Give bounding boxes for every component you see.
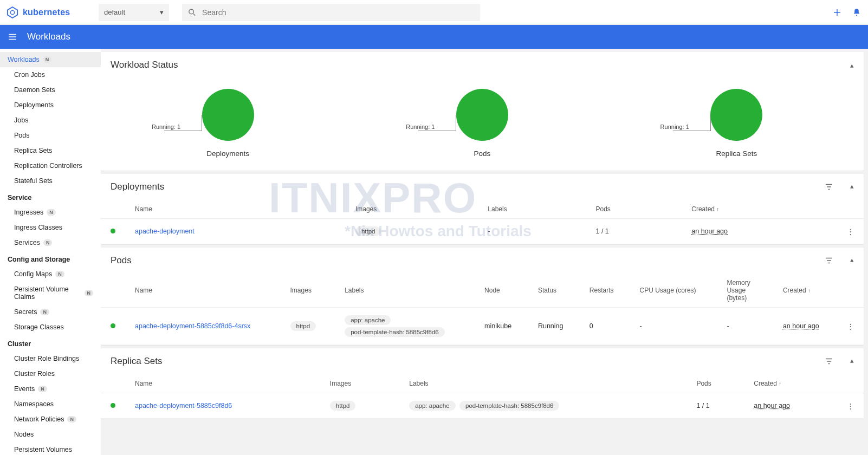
search-box[interactable]	[182, 4, 480, 21]
sidebar-item-namespaces[interactable]: Namespaces	[0, 396, 101, 412]
deployments-title: Deployments	[111, 181, 164, 192]
sidebar-header-cluster: Cluster	[0, 335, 101, 351]
image-chip: httpd	[355, 226, 381, 236]
replicaset-link[interactable]: apache-deployment-5885c9f8d6	[135, 402, 232, 410]
table-row: apache-deployment httpd - 1 / 1 an hour …	[101, 219, 864, 244]
search-input[interactable]	[202, 8, 475, 17]
svg-point-1	[10, 10, 14, 14]
created-time[interactable]: an hour ago	[754, 402, 790, 410]
sidebar-header-service: Service	[0, 188, 101, 205]
sidebar-item-replicasets[interactable]: Replica Sets	[0, 143, 101, 158]
sidebar-item-ingresses[interactable]: IngressesN	[0, 205, 101, 220]
label-chip: pod-template-hash: 5885c9f8d6	[345, 327, 444, 337]
page-title: Workloads	[27, 31, 70, 42]
status-dot-icon	[111, 323, 115, 328]
sidebar-item-pv[interactable]: Persistent Volumes	[0, 442, 101, 455]
section-bar: Workloads	[0, 25, 868, 49]
filter-icon[interactable]	[824, 256, 834, 265]
sidebar-item-crb[interactable]: Cluster Role Bindings	[0, 351, 101, 366]
sidebar-item-netpolicies[interactable]: Network PoliciesN	[0, 412, 101, 427]
bell-icon[interactable]	[852, 8, 861, 17]
pie-replicasets	[710, 89, 762, 141]
replicasets-table: Name Images Labels Pods Created ↑ apache…	[101, 374, 864, 419]
namespace-select[interactable]: default ▾	[99, 4, 169, 21]
badge: N	[43, 56, 52, 63]
create-icon[interactable]	[832, 8, 842, 17]
sidebar-item-statefulsets[interactable]: Stateful Sets	[0, 173, 101, 188]
status-dot-icon	[111, 403, 115, 408]
more-vert-icon[interactable]: ⋮	[847, 323, 854, 330]
sidebar-item-jobs[interactable]: Jobs	[0, 113, 101, 128]
sidebar-item-repcontrollers[interactable]: Replication Controllers	[0, 158, 101, 173]
chevron-down-icon: ▾	[160, 8, 164, 16]
svg-line-3	[193, 14, 196, 16]
sidebar-header-config: Config and Storage	[0, 250, 101, 266]
pie-pods	[456, 89, 508, 141]
kubernetes-logo-icon	[7, 6, 18, 18]
sidebar-item-daemonsets[interactable]: Daemon Sets	[0, 82, 101, 98]
image-chip: httpd	[330, 401, 356, 411]
sidebar-item-workloads[interactable]: Workloads N	[0, 52, 101, 67]
pod-link[interactable]: apache-deployment-5885c9f8d6-4srsx	[135, 322, 250, 330]
sidebar-item-secrets[interactable]: SecretsN	[0, 304, 101, 320]
sidebar-item-events[interactable]: EventsN	[0, 381, 101, 396]
table-row: apache-deployment-5885c9f8d6-4srsx httpd…	[101, 308, 864, 345]
label-chip: pod-template-hash: 5885c9f8d6	[459, 401, 559, 411]
label-chip: app: apache	[345, 315, 391, 325]
svg-point-2	[189, 9, 194, 14]
collapse-icon[interactable]: ▴	[850, 256, 854, 265]
sort-up-icon: ↑	[779, 381, 781, 387]
deployments-card: Deployments ▴ Name Images Labels Pods Cr…	[101, 174, 864, 244]
content-area: ITNIXPRO *Nix Howtos and Tutorials Workl…	[101, 49, 868, 455]
chart-replicasets: Running: 1 Replica Sets	[710, 89, 762, 158]
filter-icon[interactable]	[824, 182, 834, 192]
collapse-icon[interactable]: ▴	[850, 61, 854, 69]
sidebar-item-configmaps[interactable]: Config MapsN	[0, 266, 101, 282]
sidebar-item-pods[interactable]: Pods	[0, 128, 101, 143]
pods-title: Pods	[111, 255, 132, 266]
created-time[interactable]: an hour ago	[691, 227, 728, 235]
more-vert-icon[interactable]: ⋮	[847, 402, 854, 410]
pie-deployments	[202, 89, 254, 141]
logo[interactable]: kubernetes	[7, 6, 99, 18]
pods-table: Name Images Labels Node Status Restarts …	[101, 274, 864, 345]
sidebar-item-services[interactable]: ServicesN	[0, 235, 101, 250]
deployments-table: Name Images Labels Pods Created ↑ apache…	[101, 200, 864, 244]
deployment-link[interactable]: apache-deployment	[135, 227, 195, 235]
label-chip: app: apache	[409, 401, 455, 411]
sidebar-item-clusterroles[interactable]: Cluster Roles	[0, 366, 101, 381]
sort-up-icon: ↑	[716, 206, 719, 212]
sidebar-item-ingressclasses[interactable]: Ingress Classes	[0, 220, 101, 235]
filter-icon[interactable]	[824, 356, 834, 366]
namespace-value: default	[104, 8, 125, 16]
pods-card: Pods ▴ Name Images Labels Node Status Re…	[101, 248, 864, 345]
chart-pods: Running: 1 Pods	[456, 89, 508, 158]
search-icon	[187, 8, 197, 17]
menu-icon[interactable]	[8, 32, 17, 42]
collapse-icon[interactable]: ▴	[850, 356, 854, 366]
sidebar-item-pvc[interactable]: Persistent Volume ClaimsN	[0, 282, 101, 304]
workload-status-card: Workload Status ▴ Running: 1 Deployments…	[101, 52, 864, 171]
sidebar-item-cronjobs[interactable]: Cron Jobs	[0, 67, 101, 82]
more-vert-icon[interactable]: ⋮	[847, 228, 854, 236]
created-time[interactable]: an hour ago	[783, 322, 819, 330]
sort-up-icon: ↑	[808, 288, 811, 294]
replicasets-title: Replica Sets	[111, 356, 162, 367]
brand-text: kubernetes	[23, 8, 70, 17]
sidebar-item-storageclasses[interactable]: Storage Classes	[0, 320, 101, 335]
svg-marker-0	[8, 6, 17, 17]
image-chip: httpd	[290, 321, 316, 331]
svg-point-6	[856, 15, 857, 16]
status-dot-icon	[111, 229, 115, 233]
sidebar: Workloads N Cron Jobs Daemon Sets Deploy…	[0, 49, 101, 455]
workload-status-title: Workload Status	[111, 60, 178, 70]
table-row: apache-deployment-5885c9f8d6 httpd app: …	[101, 393, 864, 419]
chart-deployments: Running: 1 Deployments	[202, 89, 254, 158]
sidebar-item-nodes[interactable]: Nodes	[0, 427, 101, 442]
collapse-icon[interactable]: ▴	[850, 182, 854, 192]
replicasets-card: Replica Sets ▴ Name Images Labels Pods C…	[101, 348, 864, 419]
top-bar: kubernetes default ▾	[0, 0, 868, 25]
sidebar-item-deployments[interactable]: Deployments	[0, 98, 101, 113]
